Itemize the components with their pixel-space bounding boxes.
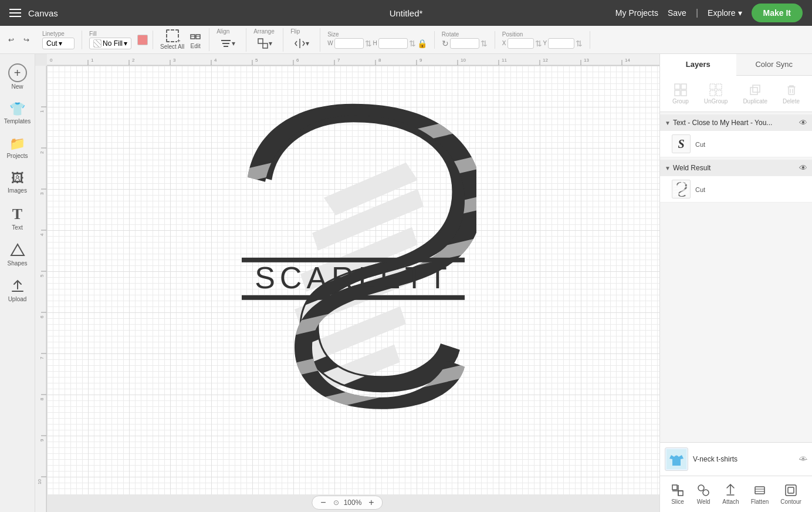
sidebar-item-new[interactable]: + New [2,59,33,95]
canvas-area[interactable]: 0 1 2 3 4 5 6 7 8 9 10 [35,54,659,512]
zoom-controls: − ⊙ 100% + [312,496,383,510]
duplicate-icon [748,83,762,97]
svg-rect-6 [258,39,263,43]
sidebar-item-images[interactable]: 🖼 Images [2,166,33,198]
sidebar-item-templates[interactable]: 👕 Templates [2,97,33,129]
stroke-swatch[interactable] [137,35,148,45]
edit-button[interactable]: Edit [187,29,204,50]
explore-button[interactable]: Explore ▾ [708,8,742,18]
redo-button[interactable]: ↪ [20,33,33,46]
attach-label: Attach [722,498,739,505]
rotate-input[interactable] [450,38,479,49]
svg-rect-80 [750,87,757,95]
expand-icon: ▼ [665,165,671,171]
weld-layer-thumb [672,180,691,198]
svg-rect-75 [681,90,686,96]
new-icon: + [8,63,27,82]
expand-icon: ▼ [665,120,671,126]
sidebar-label-templates: Templates [4,118,31,124]
flip-button[interactable]: ▾ [290,35,313,52]
select-all-label: Select All [160,43,184,50]
tab-layers[interactable]: Layers [660,54,736,76]
zoom-out-button[interactable]: − [318,497,328,508]
doc-title: Untitled* [390,8,423,18]
sidebar-label-text: Text [12,224,22,231]
duplicate-action[interactable]: Duplicate [738,80,772,107]
svg-point-92 [698,485,704,491]
flip-label: Flip [290,28,313,35]
weld-tool[interactable]: Weld [693,481,714,507]
nav-left: Canvas [9,8,58,18]
hamburger-menu[interactable] [9,9,21,17]
layer-group-text-header[interactable]: ▼ Text - Close to My Heart - You... 👁 [660,114,812,131]
select-all-button[interactable]: Select All [158,28,187,51]
app-title: Canvas [28,8,58,18]
svg-text:1: 1 [39,110,45,113]
sidebar-item-shapes[interactable]: Shapes [2,238,33,271]
position-section: Position X 0 ⇅ Y 0 ⇅ [500,31,585,49]
left-sidebar: + New 👕 Templates 📁 Projects 🖼 Images T … [0,54,35,512]
top-nav: Canvas Untitled* My Projects Save | Expl… [0,0,812,26]
arrange-section: Arrange ▾ [251,28,278,52]
position-label: Position [502,31,583,38]
layer-group-weld-header[interactable]: ▼ Weld Result 👁 [660,160,812,176]
linetype-select[interactable]: Cut ▾ [42,38,75,49]
my-projects-link[interactable]: My Projects [615,8,658,18]
text-layer-type: Cut [695,141,705,148]
group-action[interactable]: Group [668,80,693,107]
svg-rect-89 [678,491,683,496]
sidebar-item-projects[interactable]: 📁 Projects [2,132,33,164]
position-y-input[interactable]: 0 [548,38,574,49]
design-area[interactable]: SCARLETT [230,98,476,429]
svg-text:6: 6 [296,58,299,63]
make-it-button[interactable]: Make It [752,4,803,22]
vneck-thumb-svg [666,449,686,469]
delete-icon [784,83,799,97]
tab-color-sync[interactable]: Color Sync [736,54,813,75]
size-section: Size W ⇅ H ⇅ 🔒 [325,31,429,49]
height-input[interactable] [378,38,408,49]
layers-content: ▼ Text - Close to My Heart - You... 👁 S … [660,112,812,442]
svg-rect-40 [35,66,47,512]
ungroup-action[interactable]: UnGroup [699,80,733,107]
panel-bottom: V-neck t-shirts 👁 Slice [660,442,812,512]
upload-icon [9,278,26,295]
fill-select[interactable]: No Fill ▾ [89,38,131,49]
weld-group-eye-icon[interactable]: 👁 [799,163,807,173]
attach-tool[interactable]: Attach [719,481,742,507]
undo-button[interactable]: ↩ [5,33,18,46]
svg-text:12: 12 [543,58,548,63]
width-input[interactable] [334,38,364,49]
weld-label: Weld [697,498,710,505]
fill-section: Fill No Fill ▾ [87,31,134,49]
contour-label: Contour [780,498,801,505]
layer-group-weld: ▼ Weld Result 👁 [660,160,812,203]
delete-label: Delete [783,98,800,105]
zoom-in-button[interactable]: + [366,497,376,508]
arrange-button[interactable]: ▾ [253,35,276,52]
background-item[interactable]: V-neck t-shirts 👁 [660,443,812,476]
flatten-tool[interactable]: Flatten [747,481,773,507]
chevron-icon: ▾ [306,39,309,48]
svg-rect-72 [675,84,680,89]
svg-rect-7 [263,43,268,48]
save-link[interactable]: Save [668,8,686,18]
layer-item-weld[interactable]: Cut [660,176,812,203]
text-group-eye-icon[interactable]: 👁 [799,118,807,127]
slice-tool[interactable]: Slice [667,481,688,507]
zoom-level: 100% [344,498,362,507]
sidebar-item-text[interactable]: T Text [2,201,33,235]
canvas-content[interactable]: SCARLETT [47,66,659,494]
svg-rect-98 [788,487,794,493]
position-x-input[interactable]: 0 [508,38,534,49]
duplicate-label: Duplicate [743,98,767,105]
fill-label: Fill [89,31,131,37]
delete-action[interactable]: Delete [778,80,804,107]
sidebar-item-upload[interactable]: Upload [2,274,33,307]
contour-tool[interactable]: Contour [777,481,805,507]
svg-text:1: 1 [91,58,94,63]
layer-item-text[interactable]: S Cut [660,131,812,157]
align-button[interactable]: ▾ [216,35,239,52]
bg-eye-icon[interactable]: 👁 [799,454,807,464]
svg-text:4: 4 [39,233,45,236]
